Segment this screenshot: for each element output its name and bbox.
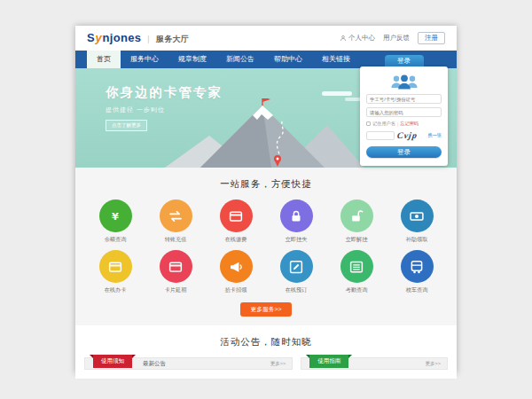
account-input[interactable] (366, 94, 442, 104)
personal-center-link[interactable]: 个人中心 (340, 34, 375, 43)
tab-latest-announcements[interactable]: 最新公告 (143, 360, 166, 368)
logo-text-s: S (87, 31, 95, 44)
service-label: 立即挂失 (266, 236, 326, 244)
bus-icon (401, 250, 434, 283)
tab-usage-notice[interactable]: 使用须知 (93, 355, 132, 368)
service-label: 拾卡招领 (206, 286, 266, 294)
logo-text-rest: njones (103, 31, 142, 44)
money-icon (401, 200, 434, 232)
logo-divider: | (147, 35, 150, 43)
lock-icon (280, 200, 313, 232)
announcements-section: 活动公告，随时知晓 使用须知 最新公告 更多>> 使用指南 更多>> (75, 325, 457, 379)
service-item-3[interactable]: 立即挂失 (266, 200, 326, 244)
service-label: 转账充值 (145, 236, 206, 244)
captcha-image: Cvjp (396, 130, 418, 140)
services-section: 一站服务，方便快捷 ¥余额查询转账充值在线缴费立即挂失立即解挂补助领取在线办卡卡… (75, 168, 457, 325)
transfer-icon (160, 200, 192, 232)
hero-cta-button[interactable]: 点击了解更多 (106, 120, 147, 131)
service-item-1[interactable]: 转账充值 (145, 200, 206, 244)
login-panel: 登录 记住用户名 | 忘记密码 Cvjp 换一张 登录 (360, 66, 448, 166)
service-label: 立即解挂 (326, 236, 387, 244)
nav-item-2[interactable]: 规章制度 (168, 51, 216, 68)
service-item-5[interactable]: 补助领取 (387, 200, 447, 244)
user-icon (340, 35, 347, 42)
tab-usage-guide[interactable]: 使用指南 (309, 355, 348, 368)
card-icon (160, 250, 192, 283)
card-icon (220, 200, 253, 232)
yuan-icon: ¥ (99, 200, 132, 232)
product-name: 服务大厅 (156, 34, 189, 45)
announcements-title: 活动公告，随时知晓 (75, 336, 457, 348)
service-item-8[interactable]: 拾卡招领 (206, 250, 266, 294)
feedback-label: 用户反馈 (383, 34, 410, 43)
service-label: 在线预订 (266, 286, 326, 294)
guide-panel: 使用指南 更多>> (301, 357, 448, 379)
svg-text:¥: ¥ (112, 210, 119, 222)
service-item-10[interactable]: 考勤查询 (326, 250, 387, 294)
service-item-4[interactable]: 立即解挂 (326, 200, 387, 244)
service-item-7[interactable]: 卡片延期 (145, 250, 206, 294)
nav-item-1[interactable]: 服务中心 (121, 51, 168, 68)
users-group-icon (389, 74, 419, 90)
announcement-panels: 使用须知 最新公告 更多>> 使用指南 更多>> (75, 357, 457, 379)
service-item-9[interactable]: 在线预订 (266, 250, 326, 294)
portal-page: Synjones | 服务大厅 个人中心 用户反馈 注册 首页服务中心规章制度新… (75, 26, 457, 373)
megaphone-icon (220, 250, 253, 283)
password-input[interactable] (366, 107, 442, 117)
service-item-6[interactable]: 在线办卡 (85, 250, 145, 294)
service-label: 卡片延期 (145, 286, 206, 294)
nav-item-4[interactable]: 帮助中心 (264, 51, 312, 68)
guide-panel-body (301, 370, 448, 379)
edit-icon (280, 250, 313, 283)
login-submit-button[interactable]: 登录 (366, 146, 442, 158)
services-title: 一站服务，方便快捷 (75, 178, 457, 191)
register-button[interactable]: 注册 (418, 32, 445, 44)
notice-panel: 使用须知 最新公告 更多>> (84, 357, 293, 379)
login-tab[interactable]: 登录 (385, 55, 424, 66)
card-icon (99, 250, 132, 283)
service-label: 余额查询 (85, 236, 145, 244)
captcha-input[interactable] (366, 131, 395, 140)
guide-more-link[interactable]: 更多>> (426, 361, 441, 367)
service-item-2[interactable]: 在线缴费 (206, 200, 266, 244)
unlock-icon (340, 200, 373, 232)
top-bar: Synjones | 服务大厅 个人中心 用户反馈 注册 (75, 26, 457, 51)
notice-more-link[interactable]: 更多>> (270, 361, 286, 367)
captcha-row: Cvjp 换一张 (366, 130, 442, 140)
feedback-link[interactable]: 用户反馈 (383, 34, 410, 43)
remember-checkbox[interactable] (366, 121, 371, 126)
personal-center-label: 个人中心 (348, 34, 375, 43)
logo-text-y: y (95, 31, 102, 44)
service-item-11[interactable]: 校车查询 (387, 250, 447, 294)
service-label: 考勤查询 (326, 286, 387, 294)
captcha-refresh-link[interactable]: 换一张 (427, 132, 442, 138)
login-options: 记住用户名 | 忘记密码 (366, 121, 442, 127)
guide-panel-header: 使用指南 更多>> (301, 357, 448, 370)
service-label: 校车查询 (387, 286, 447, 294)
service-item-0[interactable]: ¥余额查询 (85, 200, 145, 244)
list-icon (340, 250, 373, 283)
topbar-links: 个人中心 用户反馈 注册 (340, 32, 445, 44)
service-label: 补助领取 (387, 236, 447, 244)
options-separator: | (397, 121, 398, 127)
nav-item-3[interactable]: 新闻公告 (216, 51, 264, 68)
notice-panel-body (84, 370, 293, 379)
nav-item-5[interactable]: 相关链接 (312, 51, 360, 68)
notice-panel-header: 使用须知 最新公告 更多>> (84, 357, 293, 370)
service-grid: ¥余额查询转账充值在线缴费立即挂失立即解挂补助领取在线办卡卡片延期拾卡招领在线预… (85, 200, 447, 294)
forgot-password-link[interactable]: 忘记密码 (400, 121, 419, 127)
nav-item-0[interactable]: 首页 (87, 51, 121, 68)
remember-label: 记住用户名 (372, 121, 395, 127)
more-services-button[interactable]: 更多服务>> (240, 302, 292, 317)
logo[interactable]: Synjones | 服务大厅 (87, 31, 189, 45)
service-label: 在线办卡 (85, 286, 145, 294)
service-label: 在线缴费 (206, 236, 266, 244)
